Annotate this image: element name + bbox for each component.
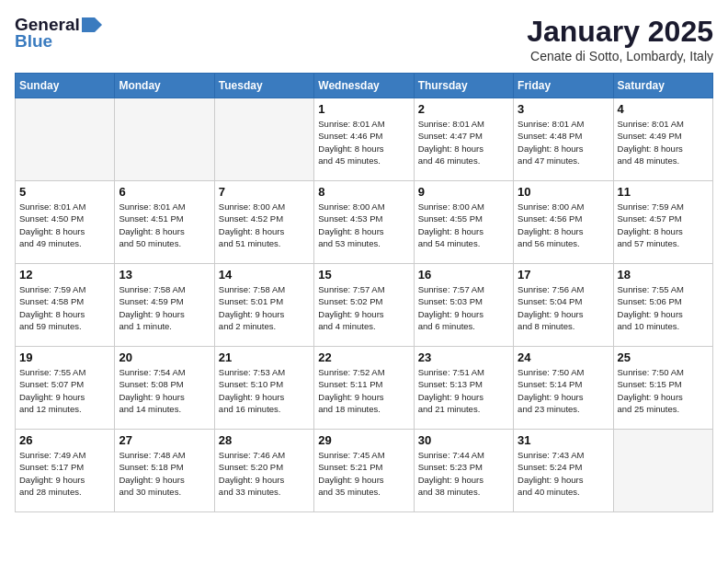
day-number: 1 <box>318 102 409 116</box>
day-info: Sunrise: 7:45 AMSunset: 5:21 PMDaylight:… <box>318 449 409 498</box>
calendar-cell: 14Sunrise: 7:58 AMSunset: 5:01 PMDayligh… <box>214 264 313 347</box>
weekday-header-sunday: Sunday <box>16 74 115 98</box>
day-info: Sunrise: 8:00 AMSunset: 4:56 PMDaylight:… <box>518 201 609 249</box>
day-number: 20 <box>119 350 210 364</box>
day-info: Sunrise: 8:01 AMSunset: 4:49 PMDaylight:… <box>618 118 709 167</box>
calendar-cell: 5Sunrise: 8:01 AMSunset: 4:50 PMDaylight… <box>16 181 115 264</box>
day-info: Sunrise: 7:58 AMSunset: 5:01 PMDaylight:… <box>219 283 310 332</box>
day-info: Sunrise: 8:01 AMSunset: 4:47 PMDaylight:… <box>418 118 509 167</box>
calendar-cell: 29Sunrise: 7:45 AMSunset: 5:21 PMDayligh… <box>314 430 414 512</box>
calendar-cell: 7Sunrise: 8:00 AMSunset: 4:52 PMDaylight… <box>214 181 313 264</box>
calendar-cell: 11Sunrise: 7:59 AMSunset: 4:57 PMDayligh… <box>613 181 712 264</box>
day-number: 7 <box>219 185 310 199</box>
day-number: 5 <box>19 185 110 199</box>
day-info: Sunrise: 7:58 AMSunset: 4:59 PMDaylight:… <box>119 283 210 332</box>
day-number: 6 <box>119 185 210 199</box>
calendar-cell: 12Sunrise: 7:59 AMSunset: 4:58 PMDayligh… <box>16 264 115 347</box>
calendar-cell: 24Sunrise: 7:50 AMSunset: 5:14 PMDayligh… <box>514 347 613 430</box>
day-number: 23 <box>418 350 509 364</box>
calendar-cell <box>16 98 115 181</box>
day-info: Sunrise: 7:52 AMSunset: 5:11 PMDaylight:… <box>318 366 409 415</box>
calendar-cell: 10Sunrise: 8:00 AMSunset: 4:56 PMDayligh… <box>514 181 613 264</box>
day-number: 29 <box>318 433 409 447</box>
calendar-cell: 21Sunrise: 7:53 AMSunset: 5:10 PMDayligh… <box>214 347 313 430</box>
calendar-cell: 8Sunrise: 8:00 AMSunset: 4:53 PMDaylight… <box>314 181 414 264</box>
day-info: Sunrise: 7:55 AMSunset: 5:06 PMDaylight:… <box>618 283 709 332</box>
calendar-cell: 30Sunrise: 7:44 AMSunset: 5:23 PMDayligh… <box>414 430 513 512</box>
day-info: Sunrise: 7:57 AMSunset: 5:02 PMDaylight:… <box>318 283 409 332</box>
calendar-cell: 28Sunrise: 7:46 AMSunset: 5:20 PMDayligh… <box>214 430 313 512</box>
day-info: Sunrise: 7:56 AMSunset: 5:04 PMDaylight:… <box>518 283 609 332</box>
day-info: Sunrise: 7:50 AMSunset: 5:14 PMDaylight:… <box>518 366 609 415</box>
location-text: Cenate di Sotto, Lombardy, Italy <box>527 49 713 63</box>
day-info: Sunrise: 7:49 AMSunset: 5:17 PMDaylight:… <box>19 449 110 498</box>
day-info: Sunrise: 8:01 AMSunset: 4:50 PMDaylight:… <box>19 201 110 249</box>
calendar-cell <box>214 98 313 181</box>
logo-blue-text: Blue <box>15 31 52 52</box>
day-info: Sunrise: 7:55 AMSunset: 5:07 PMDaylight:… <box>19 366 110 415</box>
day-number: 8 <box>318 185 409 199</box>
day-number: 11 <box>618 185 709 199</box>
day-number: 12 <box>19 268 110 282</box>
day-number: 24 <box>518 350 609 364</box>
day-info: Sunrise: 8:00 AMSunset: 4:52 PMDaylight:… <box>219 201 310 249</box>
day-info: Sunrise: 7:48 AMSunset: 5:18 PMDaylight:… <box>119 449 210 498</box>
weekday-header-tuesday: Tuesday <box>214 74 313 98</box>
weekday-header-friday: Friday <box>514 74 613 98</box>
day-number: 28 <box>219 433 310 447</box>
calendar-cell: 15Sunrise: 7:57 AMSunset: 5:02 PMDayligh… <box>314 264 414 347</box>
day-info: Sunrise: 8:01 AMSunset: 4:46 PMDaylight:… <box>318 118 409 167</box>
logo-arrow-icon <box>82 17 102 32</box>
svg-marker-0 <box>82 17 102 32</box>
weekday-header-wednesday: Wednesday <box>314 74 414 98</box>
weekday-header-thursday: Thursday <box>414 74 513 98</box>
calendar-cell: 16Sunrise: 7:57 AMSunset: 5:03 PMDayligh… <box>414 264 513 347</box>
calendar-cell: 3Sunrise: 8:01 AMSunset: 4:48 PMDaylight… <box>514 98 613 181</box>
day-number: 15 <box>318 268 409 282</box>
page-header: General Blue January 2025 Cenate di Sott… <box>15 15 713 63</box>
day-number: 27 <box>119 433 210 447</box>
calendar-cell <box>613 430 712 512</box>
day-info: Sunrise: 8:01 AMSunset: 4:48 PMDaylight:… <box>518 118 609 167</box>
day-number: 18 <box>618 268 709 282</box>
day-number: 9 <box>418 185 509 199</box>
title-area: January 2025 Cenate di Sotto, Lombardy, … <box>527 15 713 63</box>
day-number: 13 <box>119 268 210 282</box>
day-number: 25 <box>618 350 709 364</box>
day-number: 4 <box>618 102 709 116</box>
calendar-cell <box>115 98 214 181</box>
day-number: 10 <box>518 185 609 199</box>
calendar-cell: 1Sunrise: 8:01 AMSunset: 4:46 PMDaylight… <box>314 98 414 181</box>
week-row-5: 26Sunrise: 7:49 AMSunset: 5:17 PMDayligh… <box>16 430 713 512</box>
calendar-cell: 31Sunrise: 7:43 AMSunset: 5:24 PMDayligh… <box>514 430 613 512</box>
day-number: 2 <box>418 102 509 116</box>
day-info: Sunrise: 7:53 AMSunset: 5:10 PMDaylight:… <box>219 366 310 415</box>
weekday-header-monday: Monday <box>115 74 214 98</box>
day-number: 3 <box>518 102 609 116</box>
day-info: Sunrise: 8:00 AMSunset: 4:53 PMDaylight:… <box>318 201 409 249</box>
calendar-cell: 9Sunrise: 8:00 AMSunset: 4:55 PMDaylight… <box>414 181 513 264</box>
day-info: Sunrise: 7:46 AMSunset: 5:20 PMDaylight:… <box>219 449 310 498</box>
day-info: Sunrise: 8:00 AMSunset: 4:55 PMDaylight:… <box>418 201 509 249</box>
day-number: 21 <box>219 350 310 364</box>
calendar-cell: 20Sunrise: 7:54 AMSunset: 5:08 PMDayligh… <box>115 347 214 430</box>
day-info: Sunrise: 7:59 AMSunset: 4:58 PMDaylight:… <box>19 283 110 332</box>
calendar-cell: 13Sunrise: 7:58 AMSunset: 4:59 PMDayligh… <box>115 264 214 347</box>
day-number: 30 <box>418 433 509 447</box>
logo: General Blue <box>15 15 102 52</box>
day-number: 22 <box>318 350 409 364</box>
week-row-4: 19Sunrise: 7:55 AMSunset: 5:07 PMDayligh… <box>16 347 713 430</box>
weekday-header-row: SundayMondayTuesdayWednesdayThursdayFrid… <box>16 74 713 98</box>
calendar-cell: 19Sunrise: 7:55 AMSunset: 5:07 PMDayligh… <box>16 347 115 430</box>
day-number: 19 <box>19 350 110 364</box>
calendar-cell: 4Sunrise: 8:01 AMSunset: 4:49 PMDaylight… <box>613 98 712 181</box>
day-number: 14 <box>219 268 310 282</box>
calendar-cell: 26Sunrise: 7:49 AMSunset: 5:17 PMDayligh… <box>16 430 115 512</box>
calendar-cell: 2Sunrise: 8:01 AMSunset: 4:47 PMDaylight… <box>414 98 513 181</box>
week-row-1: 1Sunrise: 8:01 AMSunset: 4:46 PMDaylight… <box>16 98 713 181</box>
day-info: Sunrise: 7:59 AMSunset: 4:57 PMDaylight:… <box>618 201 709 249</box>
calendar-cell: 27Sunrise: 7:48 AMSunset: 5:18 PMDayligh… <box>115 430 214 512</box>
calendar-cell: 23Sunrise: 7:51 AMSunset: 5:13 PMDayligh… <box>414 347 513 430</box>
calendar-cell: 22Sunrise: 7:52 AMSunset: 5:11 PMDayligh… <box>314 347 414 430</box>
day-info: Sunrise: 7:50 AMSunset: 5:15 PMDaylight:… <box>618 366 709 415</box>
